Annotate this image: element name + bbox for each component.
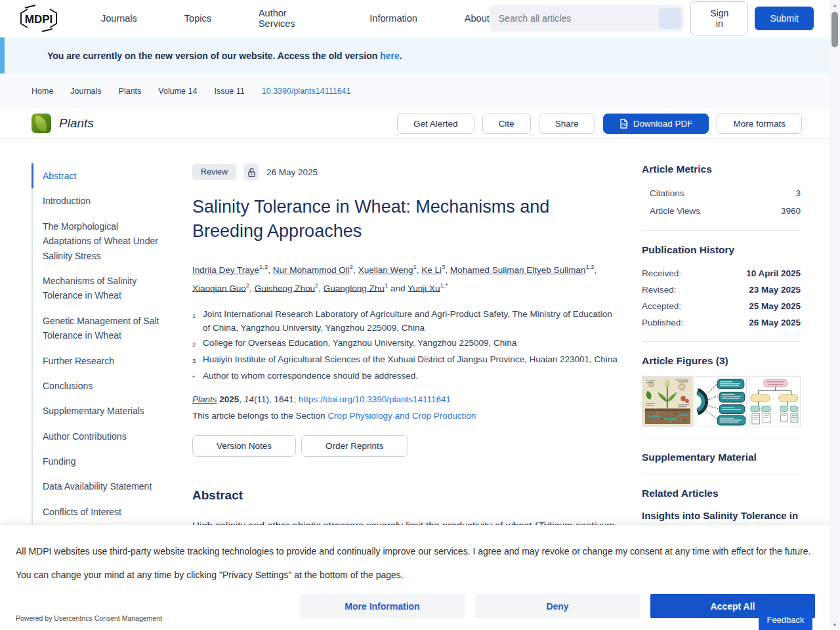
svg-text:MDPI: MDPI [25,13,53,26]
related-article-link[interactable]: Insights into Salinity Tolerance in [642,509,801,523]
author-link[interactable]: Guanglong Zhu [324,283,385,293]
toc-item-conclusions[interactable]: Conclusions [32,373,184,398]
figure-thumbnail-3[interactable] [749,376,801,427]
notice-text: You are currently on the new version of … [47,51,402,61]
abstract-species-italic: Triticum aestivum [538,520,614,525]
deny-button[interactable]: Deny [475,594,640,618]
author-link[interactable]: Nur Mohammod Oli [273,265,350,275]
cite-button[interactable]: Cite [482,114,531,134]
scroll-up-arrow[interactable]: ▲ [830,0,840,10]
header-actions: Sign in Submit [490,1,814,35]
svg-text:PDF: PDF [621,123,628,127]
citation-comma: , [239,394,244,404]
figure-thumbnail-2[interactable] [696,376,747,427]
author-link[interactable]: Guisheng Zhou [255,283,315,293]
download-pdf-button[interactable]: PDF Download PDF [603,114,709,134]
nav-topics[interactable]: Topics [184,13,211,24]
old-version-link[interactable]: here [380,51,400,61]
get-alerted-button[interactable]: Get Alerted [397,114,474,134]
more-formats-button[interactable]: More formats [717,114,802,134]
author-separator: , [445,265,450,275]
citation-year: 2025 [219,394,239,404]
mdpi-logo[interactable]: MDPI [18,4,59,33]
nav-about[interactable]: About [465,13,490,24]
breadcrumb: Home Journals Plants Volume 14 Issue 11 … [0,74,830,108]
order-reprints-button[interactable]: Order Reprints [301,435,408,457]
share-button[interactable]: Share [539,114,595,134]
search-input[interactable] [499,13,643,24]
cookie-text-line2: You can change your mind at any time by … [16,570,814,580]
article-column: Review 26 May 2025 Salinity Tolerance in… [184,163,620,525]
affiliation-item: 3Huaiyin Institute of Agricultural Scien… [192,352,620,368]
toc-item-further-research[interactable]: Further Research [32,348,184,373]
figure-thumbnail-1[interactable] [642,376,694,427]
toc-item-abstract[interactable]: Abstract [32,163,184,188]
section-link[interactable]: Crop Physiology and Crop Production [327,411,476,421]
breadcrumb-doi-link[interactable]: 10.3390/plants14111641 [262,87,351,96]
doi-link[interactable]: https://doi.org/10.3390/plants14111641 [299,394,451,404]
author-affil-sup: 1,2 [259,263,268,270]
journal-name[interactable]: Plants [59,116,94,131]
abstract-text: High salinity and other abiotic stressor… [192,517,620,525]
scrollbar[interactable]: ▲ ▼ [830,0,840,630]
author-link[interactable]: Indrila Dey Traye [192,265,259,275]
toc-item-supplementary[interactable]: Supplementary Materials [32,398,184,423]
section-prefix: This article belongs to the Section [192,411,327,421]
breadcrumb-issue[interactable]: Issue 11 [214,87,244,96]
version-notice-bar: You are currently on the new version of … [0,37,830,74]
toc-item-data-availability[interactable]: Data Availability Statement [32,474,184,499]
submit-button[interactable]: Submit [755,7,814,30]
more-information-button[interactable]: More Information [300,594,465,618]
feedback-button[interactable]: Feedback [759,610,812,630]
metric-label: Citations [650,188,684,198]
affiliation-item: 1Joint International Research Laboratory… [192,307,620,335]
author-link[interactable]: Ke Li [421,265,442,275]
sign-in-button[interactable]: Sign in [690,1,748,35]
toc-item-author-contributions[interactable]: Author Contributions [32,424,184,449]
scrollbar-thumb[interactable] [831,12,838,47]
breadcrumb-plants[interactable]: Plants [119,87,142,96]
author-separator: , [318,283,324,293]
affil-marker: 3 [192,352,203,368]
nav-information[interactable]: Information [369,13,417,24]
journal-bar: Plants Get Alerted Cite Share PDF Downlo… [0,108,830,139]
author-link[interactable]: Mohamed Suliman Eltyeb Suliman [450,265,585,275]
history-label: Accepted: [642,301,681,311]
author-link[interactable]: Xuelian Weng [358,265,413,275]
metric-row-views: Article Views3960 [642,202,801,220]
breadcrumb-journals[interactable]: Journals [70,87,101,96]
nav-author-services[interactable]: Author Services [259,8,322,29]
toc-item-conflicts[interactable]: Conflicts of Interest [32,499,184,524]
table-of-contents: Abstract Introduction The Morphological … [32,163,184,525]
author-separator: and [388,283,408,293]
search-button[interactable] [659,8,681,29]
breadcrumb-home[interactable]: Home [32,87,53,96]
author-link[interactable]: Yunji Xu [408,283,440,293]
plants-journal-logo[interactable] [32,114,51,133]
toc-item-morphological[interactable]: The Morphological Adaptations of Wheat U… [32,214,184,268]
journal-italic-link[interactable]: Plants [192,394,217,404]
affiliation-item: 2College for Overseas Education, Yangzho… [192,336,620,351]
metric-row-citations: Citations3 [642,184,801,202]
author-link[interactable]: Xiaoqian Guo [192,283,246,293]
nav-journals[interactable]: Journals [101,13,137,24]
toc-item-genetic[interactable]: Genetic Management of Salt Tolerance in … [32,308,184,348]
cookie-consent-banner: All MDPI websites use third-party websit… [0,525,830,630]
notice-accent-stripe [0,37,5,74]
divider [642,230,801,231]
toc-item-funding[interactable]: Funding [32,449,184,474]
scroll-down-arrow[interactable]: ▼ [830,620,840,630]
author-list: Indrila Dey Traye1,2, Nur Mohammod Oli2,… [192,259,620,295]
cookie-buttons: More Information Deny Accept All [300,594,815,618]
version-notes-button[interactable]: Version Notes [192,435,296,457]
download-pdf-label: Download PDF [633,119,693,129]
history-value: 10 April 2025 [746,268,801,278]
mdpi-logo-icon: MDPI [18,4,59,33]
related-articles-heading: Related Articles [642,488,801,499]
metric-value: 3960 [781,206,801,216]
breadcrumb-volume[interactable]: Volume 14 [158,87,197,96]
toc-item-introduction[interactable]: Introduction [32,188,184,213]
author-separator: , [594,265,597,275]
toc-item-mechanisms[interactable]: Mechanisms of Salinity Tolerance in Whea… [32,268,184,308]
metric-value: 3 [795,188,801,198]
